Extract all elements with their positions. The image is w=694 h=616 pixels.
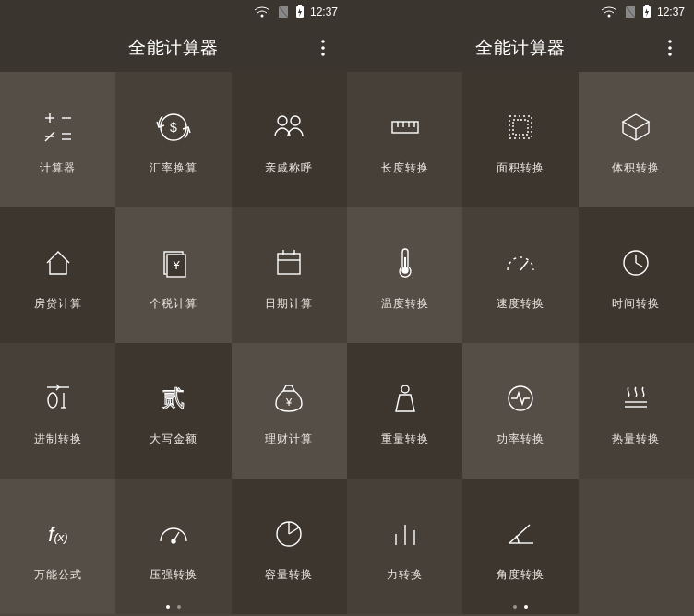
status-time: 12:37 — [657, 6, 685, 18]
heat-icon — [617, 380, 654, 417]
calc-ops-icon — [40, 109, 77, 146]
tile-speed[interactable]: 速度转换 — [462, 207, 578, 343]
tile-thermo[interactable]: 温度转换 — [347, 207, 462, 343]
tile-tax-doc[interactable]: 个税计算 — [115, 207, 231, 343]
tile-area[interactable]: 面积转换 — [462, 72, 578, 207]
tile-heat[interactable]: 热量转换 — [579, 343, 694, 479]
tile-gauge[interactable]: 压强转换 — [115, 479, 231, 614]
tile-label: 长度转换 — [381, 160, 429, 176]
tile-relatives[interactable]: 亲戚称呼 — [232, 72, 347, 207]
tile-label: 万能公式 — [34, 567, 82, 583]
battery-icon — [295, 4, 305, 20]
pulse-icon — [502, 380, 539, 417]
page-indicator — [0, 605, 347, 609]
relatives-icon — [270, 109, 307, 146]
tile-label: 功率转换 — [497, 432, 544, 447]
clock-icon — [617, 244, 654, 281]
cube-icon — [617, 109, 654, 146]
wifi-icon — [600, 5, 618, 19]
phone-screen-0: 12:37 全能计算器 计算器 汇率换算 亲戚称呼 — [0, 0, 347, 616]
fx-icon — [40, 515, 77, 552]
tile-label: 容量转换 — [265, 567, 313, 583]
tile-calendar[interactable]: 日期计算 — [232, 207, 347, 343]
house-icon — [40, 244, 77, 281]
overflow-menu-button[interactable] — [659, 24, 681, 72]
money-bag-icon — [270, 380, 307, 417]
app-title: 全能计算器 — [128, 36, 219, 60]
tile-label: 角度转换 — [497, 567, 544, 583]
pie-icon — [270, 515, 307, 552]
tile-label: 进制转换 — [34, 432, 82, 447]
weight-icon — [387, 380, 424, 417]
tile-label: 日期计算 — [265, 296, 313, 312]
page-dot — [177, 605, 181, 609]
tile-label: 体积转换 — [612, 160, 660, 176]
area-icon — [502, 109, 539, 146]
tile-label: 力转换 — [387, 567, 423, 583]
ruler-icon — [387, 109, 424, 146]
overflow-menu-button[interactable] — [312, 24, 334, 72]
tile-money-bag[interactable]: 理财计算 — [232, 343, 347, 479]
tile-label: 亲戚称呼 — [265, 160, 313, 176]
tile-label: 热量转换 — [612, 432, 660, 447]
tile-label: 压强转换 — [150, 567, 197, 583]
cn-numeral-icon — [155, 380, 192, 417]
phone-screen-1: 12:37 全能计算器 长度转换 面积转换 体积转换 — [347, 0, 694, 616]
tile-grid: 计算器 汇率换算 亲戚称呼 房贷计算 个税计算 — [0, 72, 347, 614]
tile-angle[interactable]: 角度转换 — [462, 479, 578, 614]
bars-icon — [387, 515, 424, 552]
battery-icon — [642, 4, 652, 20]
tile-grid: 长度转换 面积转换 体积转换 温度转换 速度转换 — [347, 72, 694, 614]
binary-icon — [40, 380, 77, 417]
tile-cn-numeral[interactable]: 大写金额 — [115, 343, 231, 479]
speed-icon — [502, 244, 539, 281]
tile-label: 面积转换 — [497, 160, 544, 176]
calendar-icon — [270, 244, 307, 281]
tile-label: 房贷计算 — [34, 296, 82, 312]
tile-label: 个税计算 — [150, 296, 197, 312]
tile-label: 时间转换 — [612, 296, 660, 312]
status-time: 12:37 — [310, 6, 338, 18]
tile-pulse[interactable]: 功率转换 — [462, 343, 578, 479]
tile-label: 速度转换 — [497, 296, 544, 312]
thermo-icon — [387, 244, 424, 281]
tile-weight[interactable]: 重量转换 — [347, 343, 462, 479]
currency-icon — [155, 109, 192, 146]
tax-doc-icon — [155, 244, 192, 281]
tile-clock[interactable]: 时间转换 — [579, 207, 694, 343]
tile-calc-ops[interactable]: 计算器 — [0, 72, 115, 207]
tile-label: 温度转换 — [381, 296, 429, 312]
page-indicator — [347, 605, 694, 609]
page-dot — [513, 605, 517, 609]
app-title: 全能计算器 — [475, 36, 566, 60]
tile-binary[interactable]: 进制转换 — [0, 343, 115, 479]
sim-icon — [624, 5, 637, 19]
tile-fx[interactable]: 万能公式 — [0, 479, 115, 614]
title-bar: 全能计算器 — [347, 24, 694, 72]
tile-label: 大写金额 — [150, 432, 197, 447]
sim-icon — [277, 5, 290, 19]
tile-currency[interactable]: 汇率换算 — [115, 72, 231, 207]
wifi-icon — [253, 5, 271, 19]
gauge-icon — [155, 515, 192, 552]
tile-pie[interactable]: 容量转换 — [232, 479, 347, 614]
tile-cube[interactable]: 体积转换 — [579, 72, 694, 207]
angle-icon — [502, 515, 539, 552]
tile-label: 汇率换算 — [150, 160, 197, 176]
status-bar: 12:37 — [0, 0, 347, 24]
title-bar: 全能计算器 — [0, 24, 347, 72]
tile-label: 计算器 — [40, 160, 76, 176]
tile-label: 重量转换 — [381, 432, 429, 447]
tile-house[interactable]: 房贷计算 — [0, 207, 115, 343]
page-dot — [166, 605, 170, 609]
status-bar: 12:37 — [347, 0, 694, 24]
page-dot — [524, 605, 528, 609]
tile-ruler[interactable]: 长度转换 — [347, 72, 462, 207]
tile-bars[interactable]: 力转换 — [347, 479, 462, 614]
tile-label: 理财计算 — [265, 432, 313, 447]
